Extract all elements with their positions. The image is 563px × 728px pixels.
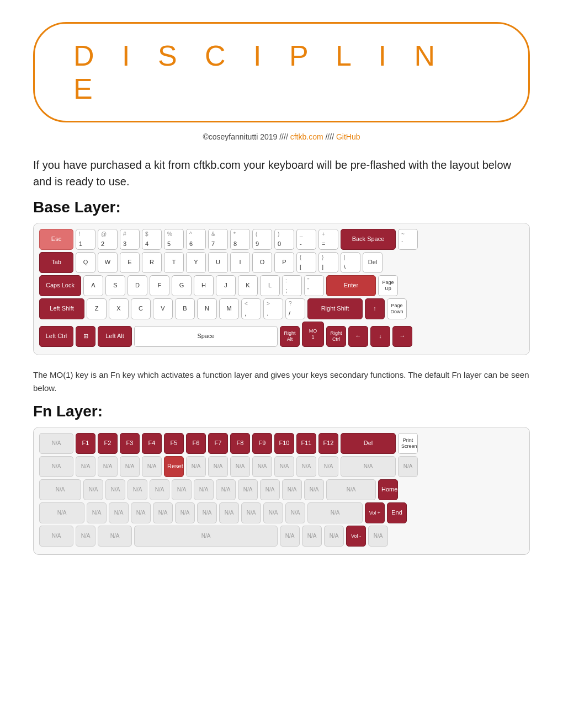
key-backspace[interactable]: Back Space xyxy=(341,229,396,250)
key-c[interactable]: C xyxy=(131,298,151,319)
key-minus[interactable]: _- xyxy=(296,229,316,250)
fn-key-f8[interactable]: F8 xyxy=(230,433,250,454)
key-z[interactable]: Z xyxy=(87,298,107,319)
key-x[interactable]: X xyxy=(109,298,129,319)
key-m[interactable]: M xyxy=(219,298,239,319)
key-t[interactable]: T xyxy=(164,252,184,273)
key-semicolon[interactable]: :; xyxy=(282,275,302,296)
fn-key-f12[interactable]: F12 xyxy=(318,433,338,454)
key-l[interactable]: L xyxy=(260,275,280,296)
key-rshift[interactable]: Right Shift xyxy=(307,298,363,319)
key-rbracket[interactable]: }] xyxy=(318,252,338,273)
fn-r3-na-2: N/A xyxy=(105,479,125,500)
key-space[interactable]: Space xyxy=(134,326,278,347)
key-equals[interactable]: += xyxy=(318,229,338,250)
cftkb-link[interactable]: cftkb.com xyxy=(290,132,323,141)
key-left[interactable]: ← xyxy=(348,326,368,347)
fn-r2-na-6: N/A xyxy=(186,456,206,477)
fn-key-home[interactable]: Home xyxy=(378,479,398,500)
key-esc[interactable]: Esc xyxy=(39,229,73,250)
key-n[interactable]: N xyxy=(197,298,217,319)
key-quote[interactable]: "' xyxy=(304,275,324,296)
key-pagedown[interactable]: Page Down xyxy=(387,298,407,319)
key-3[interactable]: #3 xyxy=(120,229,140,250)
key-comma[interactable]: <, xyxy=(241,298,261,319)
key-v[interactable]: V xyxy=(153,298,173,319)
fn-key-del[interactable]: Del xyxy=(341,433,396,454)
key-d[interactable]: D xyxy=(128,275,147,296)
key-grave[interactable]: ~` xyxy=(398,229,418,250)
key-del[interactable]: Del xyxy=(363,252,383,273)
key-0[interactable]: )0 xyxy=(274,229,294,250)
key-p[interactable]: P xyxy=(274,252,294,273)
fn-key-reset[interactable]: Reset xyxy=(164,456,184,477)
key-ralt[interactable]: Right Alt xyxy=(280,326,300,347)
fn-key-f9[interactable]: F9 xyxy=(252,433,272,454)
fn-r4-na-2: N/A xyxy=(109,502,129,523)
key-8[interactable]: *8 xyxy=(230,229,250,250)
key-a[interactable]: A xyxy=(83,275,103,296)
fn-r4-na-4: N/A xyxy=(153,502,173,523)
key-2[interactable]: @2 xyxy=(98,229,118,250)
key-backslash[interactable]: |\ xyxy=(341,252,360,273)
fn-key-f1[interactable]: F1 xyxy=(76,433,95,454)
fn-key-printscreen[interactable]: Print Screen xyxy=(398,433,418,454)
logo-box: D I S C I P L I N E xyxy=(33,22,530,122)
key-e[interactable]: E xyxy=(120,252,140,273)
fn-key-end[interactable]: End xyxy=(387,502,407,523)
key-r[interactable]: R xyxy=(142,252,162,273)
key-lshift[interactable]: Left Shift xyxy=(39,298,84,319)
fn-key-f2[interactable]: F2 xyxy=(98,433,118,454)
fn-key-f3[interactable]: F3 xyxy=(120,433,140,454)
fn-r3-na-8: N/A xyxy=(238,479,258,500)
key-y[interactable]: Y xyxy=(186,252,206,273)
key-period[interactable]: >. xyxy=(263,298,283,319)
key-rctrl[interactable]: Right Ctrl xyxy=(326,326,346,347)
key-9[interactable]: (9 xyxy=(252,229,272,250)
key-4[interactable]: $4 xyxy=(142,229,162,250)
key-q[interactable]: Q xyxy=(76,252,95,273)
key-up[interactable]: ↑ xyxy=(365,298,385,319)
key-right[interactable]: → xyxy=(392,326,412,347)
fn-r2-na-1: N/A xyxy=(76,456,95,477)
key-capslock[interactable]: Caps Lock xyxy=(39,275,81,296)
key-6[interactable]: ^6 xyxy=(186,229,206,250)
fn-key-volup[interactable]: Vol + xyxy=(365,502,385,523)
key-o[interactable]: O xyxy=(252,252,272,273)
key-s[interactable]: S xyxy=(105,275,125,296)
key-pageup[interactable]: Page Up xyxy=(378,275,398,296)
key-mo1[interactable]: MO1 xyxy=(302,322,324,347)
key-f[interactable]: F xyxy=(150,275,169,296)
fn-key-voldown[interactable]: Vol - xyxy=(346,526,366,547)
fn-layer-keyboard: N/A F1 F2 F3 F4 F5 F6 F7 F8 F9 F10 F11 F… xyxy=(33,427,530,555)
key-h[interactable]: H xyxy=(194,275,214,296)
key-enter[interactable]: Enter xyxy=(326,275,376,296)
key-down[interactable]: ↓ xyxy=(370,326,390,347)
fn-key-f5[interactable]: F5 xyxy=(164,433,184,454)
fn-key-f11[interactable]: F11 xyxy=(296,433,316,454)
key-k[interactable]: K xyxy=(238,275,258,296)
fn-key-f6[interactable]: F6 xyxy=(186,433,206,454)
key-lctrl[interactable]: Left Ctrl xyxy=(39,326,73,347)
key-win[interactable]: ⊞ xyxy=(76,326,95,347)
fn-key-f10[interactable]: F10 xyxy=(274,433,294,454)
key-lbracket[interactable]: {[ xyxy=(296,252,316,273)
fn-r2-na-12: N/A xyxy=(318,456,338,477)
key-g[interactable]: G xyxy=(172,275,192,296)
key-7[interactable]: &7 xyxy=(208,229,228,250)
key-5[interactable]: %5 xyxy=(164,229,184,250)
key-lalt[interactable]: Left Alt xyxy=(98,326,132,347)
fn-key-f7[interactable]: F7 xyxy=(208,433,228,454)
key-j[interactable]: J xyxy=(216,275,236,296)
key-1[interactable]: !1 xyxy=(76,229,95,250)
key-w[interactable]: W xyxy=(98,252,118,273)
credits: ©coseyfannitutti 2019 //// cftkb.com ///… xyxy=(33,132,530,141)
key-tab[interactable]: Tab xyxy=(39,252,73,273)
fn-r5-na-6: N/A xyxy=(324,526,344,547)
key-i[interactable]: I xyxy=(230,252,250,273)
key-b[interactable]: B xyxy=(175,298,195,319)
github-link[interactable]: GitHub xyxy=(336,132,360,141)
key-slash[interactable]: ?/ xyxy=(285,298,305,319)
key-u[interactable]: U xyxy=(208,252,228,273)
fn-key-f4[interactable]: F4 xyxy=(142,433,162,454)
